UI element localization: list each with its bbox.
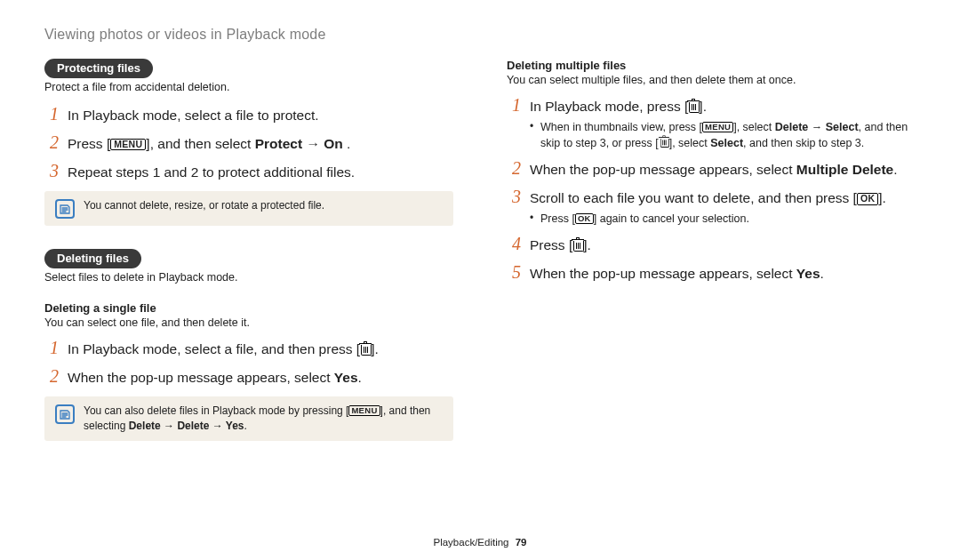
- text: ], select: [733, 121, 775, 133]
- step-body: When the pop-up message appears, select …: [530, 161, 898, 180]
- text: ], and then select: [146, 136, 254, 151]
- trash-icon: [688, 100, 699, 113]
- text: .: [820, 266, 824, 281]
- step-number: 3: [44, 161, 59, 181]
- delete-multiple-step-1: 1 In Playback mode, press []. When in th…: [507, 95, 916, 151]
- text: ].: [699, 99, 707, 114]
- substep: When in thumbnails view, press [MENU], s…: [530, 119, 916, 151]
- two-column-layout: Protecting files Protect a file from acc…: [44, 59, 916, 441]
- delete-single-step-2: 2 When the pop-up message appears, selec…: [44, 366, 453, 388]
- note-text: You cannot delete, resize, or rotate a p…: [84, 198, 324, 213]
- substep: Press [OK] again to cancel your selectio…: [530, 211, 886, 227]
- text: Press [: [68, 136, 110, 151]
- subhead-delete-multiple: Deleting multiple files: [507, 59, 916, 72]
- section-deleting-files: Deleting files Select files to delete in…: [44, 249, 453, 442]
- step-number: 3: [507, 187, 521, 207]
- bold-text: Yes: [796, 266, 820, 281]
- bold-text: Delete → Delete → Yes: [129, 420, 244, 432]
- step-body: Repeat steps 1 and 2 to protect addition…: [68, 164, 355, 182]
- step-body: When the pop-up message appears, select …: [68, 369, 362, 388]
- step-substeps: Press [OK] again to cancel your selectio…: [530, 211, 886, 227]
- protect-step-1: 1 In Playback mode, select a file to pro…: [44, 104, 453, 125]
- text: ].: [371, 341, 379, 356]
- text: Press [: [540, 212, 575, 225]
- text: ].: [878, 190, 886, 205]
- text: .: [893, 162, 897, 177]
- note-delete: You can also delete files in Playback mo…: [44, 396, 453, 442]
- step-body: In Playback mode, select a file, and the…: [68, 340, 379, 359]
- protect-step-3: 3 Repeat steps 1 and 2 to protect additi…: [44, 161, 453, 182]
- footer-page-number: 79: [516, 537, 527, 548]
- note-protect: You cannot delete, resize, or rotate a p…: [44, 191, 453, 226]
- text: When the pop-up message appears, select: [530, 162, 796, 177]
- step-body: Scroll to each file you want to delete, …: [530, 189, 886, 227]
- page-title: Viewing photos or videos in Playback mod…: [44, 27, 916, 43]
- section-protecting-files: Protecting files Protect a file from acc…: [44, 59, 453, 226]
- step-body: In Playback mode, select a file to prote…: [68, 107, 319, 125]
- right-column: Deleting multiple files You can select m…: [507, 59, 916, 441]
- text: ] again to cancel your selection.: [594, 212, 749, 225]
- bold-text: Multiple Delete: [796, 162, 893, 177]
- note-icon: [55, 404, 75, 424]
- trash-icon: [360, 343, 371, 356]
- trash-icon: [660, 137, 668, 148]
- deleting-files-description: Select files to delete in Playback mode.: [44, 271, 453, 284]
- text: .: [244, 420, 247, 432]
- ok-key-icon: OK: [857, 193, 878, 205]
- pill-protecting-files: Protecting files: [44, 59, 153, 78]
- step-body: Press [].: [530, 236, 591, 255]
- menu-key-icon: MENU: [702, 122, 733, 132]
- bold-text: Protect → On: [255, 136, 343, 151]
- trash-icon: [572, 239, 583, 252]
- step-body: When the pop-up message appears, select …: [530, 265, 824, 284]
- delete-multiple-step-4: 4 Press [].: [507, 234, 916, 255]
- left-column: Protecting files Protect a file from acc…: [44, 59, 453, 441]
- protect-step-2: 2 Press [MENU], and then select Protect …: [44, 132, 453, 154]
- delete-multiple-steps: 1 In Playback mode, press []. When in th…: [507, 95, 916, 284]
- menu-key-icon: MENU: [110, 139, 146, 151]
- text: , and then skip to step 3.: [743, 137, 864, 149]
- delete-single-step-1: 1 In Playback mode, select a file, and t…: [44, 338, 453, 359]
- text: In Playback mode, press [: [530, 99, 688, 114]
- text: Scroll to each file you want to delete, …: [530, 190, 857, 205]
- step-number: 1: [44, 338, 59, 358]
- step-number: 5: [507, 262, 521, 283]
- step-substeps: When in thumbnails view, press [MENU], s…: [530, 119, 916, 151]
- subdesc-delete-multiple: You can select multiple files, and then …: [507, 74, 916, 86]
- step-body: In Playback mode, press []. When in thum…: [530, 98, 916, 151]
- step-number: 4: [507, 234, 521, 254]
- text: .: [358, 370, 362, 385]
- footer-section: Playback/Editing: [433, 537, 508, 548]
- text: When the pop-up message appears, select: [530, 266, 796, 281]
- delete-single-steps: 1 In Playback mode, select a file, and t…: [44, 338, 453, 388]
- text: You can also delete files in Playback mo…: [84, 404, 348, 417]
- menu-key-icon: MENU: [348, 405, 380, 416]
- step-number: 2: [44, 366, 59, 387]
- step-body: Press [MENU], and then select Protect → …: [68, 135, 350, 154]
- protect-steps: 1 In Playback mode, select a file to pro…: [44, 104, 453, 182]
- delete-multiple-step-2: 2 When the pop-up message appears, selec…: [507, 158, 916, 180]
- pill-deleting-files: Deleting files: [44, 249, 141, 268]
- bold-text: Delete → Select: [775, 121, 859, 133]
- text: In Playback mode, select a file, and the…: [68, 341, 360, 356]
- delete-multiple-step-3: 3 Scroll to each file you want to delete…: [507, 187, 916, 227]
- step-number: 2: [44, 132, 59, 153]
- note-text: You can also delete files in Playback mo…: [84, 404, 443, 435]
- text: When the pop-up message appears, select: [68, 370, 334, 385]
- protecting-files-description: Protect a file from accidental deletion.: [44, 81, 453, 93]
- ok-key-icon: OK: [575, 213, 594, 224]
- text: Press [: [530, 237, 572, 252]
- text: When in thumbnails view, press [: [540, 121, 702, 133]
- step-number: 1: [507, 95, 521, 116]
- text: ], select: [669, 137, 711, 149]
- manual-page: Viewing photos or videos in Playback mod…: [0, 0, 960, 560]
- note-icon: [55, 199, 75, 219]
- step-number: 1: [44, 104, 59, 124]
- text: .: [343, 136, 351, 151]
- text: ].: [583, 237, 591, 252]
- subhead-delete-single: Deleting a single file: [44, 301, 453, 315]
- page-footer: Playback/Editing 79: [0, 537, 960, 548]
- subdesc-delete-single: You can select one file, and then delete…: [44, 316, 453, 329]
- bold-text: Select: [710, 137, 743, 149]
- delete-multiple-step-5: 5 When the pop-up message appears, selec…: [507, 262, 916, 284]
